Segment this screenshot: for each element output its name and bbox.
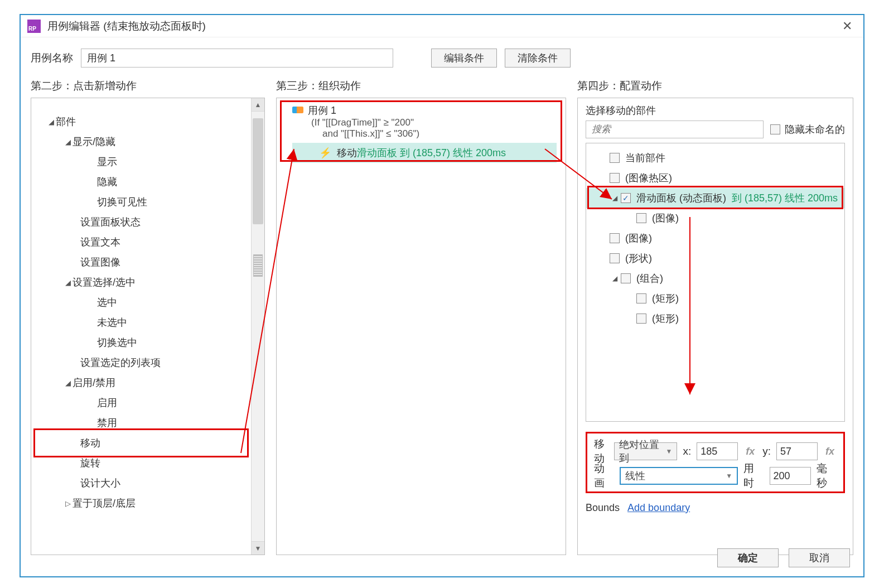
caret-down-icon: ◢ (611, 274, 619, 282)
duration-input[interactable] (770, 467, 811, 485)
edit-condition-button[interactable]: 编辑条件 (431, 49, 497, 68)
y-input[interactable] (776, 442, 818, 460)
widget-tree-item[interactable]: ◢滑动面板 (动态面板) 到 (185,57) 线性 200ms (586, 188, 844, 208)
action-tree-item[interactable]: 设置文本 (31, 232, 264, 252)
titlebar: RP 用例编辑器 (结束拖放动态面板时) ✕ (21, 15, 863, 37)
ok-button[interactable]: 确定 (717, 548, 779, 567)
y-label: y: (762, 445, 771, 457)
widget-checkbox[interactable] (636, 314, 646, 324)
action-tree-item[interactable]: 启用 (31, 393, 264, 413)
hide-unnamed-toggle[interactable]: 隐藏未命名的 (770, 123, 845, 136)
action-tree-item[interactable]: ▷置于顶层/底层 (31, 493, 264, 513)
animation-dropdown[interactable]: 线性▼ (620, 467, 738, 485)
case-action-row[interactable]: ⚡ 移动 滑动面板 到 (185,57) 线性 200ms (292, 143, 557, 163)
x-input[interactable] (697, 442, 738, 460)
case-icon (292, 107, 303, 113)
select-widgets-label: 选择移动的部件 (578, 98, 853, 121)
caret-right-icon: ▷ (64, 499, 73, 508)
caret-down-icon: ◢ (64, 138, 73, 146)
case-name-row: 用例名称 编辑条件 清除条件 (21, 37, 863, 73)
case-name-input[interactable] (81, 49, 393, 68)
chevron-down-icon: ▼ (726, 472, 732, 480)
widget-checkbox[interactable] (610, 153, 620, 163)
widgets-tree: 当前部件(图像热区)◢滑动面板 (动态面板) 到 (185,57) 线性 200… (586, 143, 845, 422)
action-tree-item[interactable]: 设置选定的列表项 (31, 353, 264, 373)
widget-checkbox[interactable] (610, 173, 620, 183)
actions-panel: ◢部件◢显示/隐藏显示隐藏切换可见性设置面板状态设置文本设置图像◢设置选择/选中… (31, 98, 265, 555)
bounds-row: Bounds Add boundary (578, 499, 853, 517)
duration-label: 用时 (743, 461, 764, 490)
action-tree-item[interactable]: 切换选中 (31, 332, 264, 353)
widget-checkbox[interactable] (610, 253, 620, 263)
action-tree-item[interactable]: ◢启用/禁用 (31, 373, 264, 393)
action-tree-item[interactable]: 切换可见性 (31, 192, 264, 212)
action-tree-item[interactable]: 设置图像 (31, 252, 264, 272)
action-tree-item[interactable]: 禁用 (31, 413, 264, 433)
step2-scrollbar[interactable]: ▲ ▼ (251, 98, 264, 555)
scroll-thumb[interactable] (253, 118, 263, 224)
dialog-footer: 确定 取消 (717, 548, 850, 567)
widget-tree-item[interactable]: (矩形) (586, 309, 844, 329)
chevron-down-icon: ▼ (666, 447, 673, 455)
step4-header: 第四步：配置动作 (577, 79, 853, 93)
caret-down-icon: ◢ (64, 278, 73, 287)
action-tree-item[interactable]: 显示 (31, 152, 264, 172)
axure-app-icon: RP (27, 20, 41, 33)
dialog-title: 用例编辑器 (结束拖放动态面板时) (47, 19, 838, 33)
action-tree-item[interactable]: 隐藏 (31, 172, 264, 192)
widget-tree-item[interactable]: (形状) (586, 248, 844, 268)
action-tree-item[interactable]: 旋转 (31, 453, 264, 473)
step3-column: 第三步：组织动作 用例 1 (If "[[DragTime]]" ≥ "200"… (276, 73, 566, 555)
step2-header: 第二步：点击新增动作 (31, 79, 265, 93)
cancel-button[interactable]: 取消 (789, 548, 850, 567)
case-condition-line-1: (If "[[DragTime]]" ≥ "200" (311, 117, 557, 128)
scroll-grip-icon[interactable] (253, 254, 263, 277)
action-tree-item[interactable]: ◢显示/隐藏 (31, 132, 264, 152)
close-icon[interactable]: ✕ (838, 17, 857, 36)
x-label: x: (683, 445, 691, 457)
action-tree-item[interactable]: 移动 (31, 433, 264, 453)
caret-down-icon: ◢ (611, 194, 619, 202)
annotation-box-config: 移动 绝对位置到▼ x: fx y: fx 动画 (586, 432, 845, 493)
action-tree-item[interactable]: ◢设置选择/选中 (31, 272, 264, 292)
bounds-label: Bounds (586, 502, 620, 513)
widget-search-input[interactable] (586, 121, 764, 138)
step2-column: 第二步：点击新增动作 ◢部件◢显示/隐藏显示隐藏切换可见性设置面板状态设置文本设… (31, 73, 265, 555)
case-block[interactable]: 用例 1 (If "[[DragTime]]" ≥ "200" and "[[T… (277, 98, 566, 166)
add-boundary-link[interactable]: Add boundary (627, 502, 690, 513)
case-title: 用例 1 (308, 104, 336, 117)
widget-tree-item[interactable]: 当前部件 (586, 148, 844, 168)
action-tree-item[interactable]: ◢部件 (31, 112, 264, 132)
hide-unnamed-checkbox[interactable] (770, 124, 780, 134)
anim-label: 动画 (594, 461, 614, 490)
action-tree-item[interactable]: 未选中 (31, 312, 264, 332)
widget-checkbox[interactable] (636, 293, 646, 303)
action-tree-item[interactable]: 选中 (31, 292, 264, 312)
widget-tree-item[interactable]: ◢(组合) (586, 268, 844, 288)
scroll-up-icon[interactable]: ▲ (252, 98, 264, 112)
widget-checkbox[interactable] (621, 273, 631, 283)
hide-unnamed-label: 隐藏未命名的 (785, 123, 845, 136)
clear-condition-button[interactable]: 清除条件 (505, 49, 571, 68)
widget-checkbox[interactable] (610, 233, 620, 243)
step3-header: 第三步：组织动作 (276, 79, 566, 93)
widget-tree-item[interactable]: (矩形) (586, 288, 844, 309)
case-editor-dialog: RP 用例编辑器 (结束拖放动态面板时) ✕ 用例名称 编辑条件 清除条件 第二… (20, 14, 864, 577)
widget-tree-item[interactable]: (图像) (586, 228, 844, 248)
widget-checkbox[interactable] (636, 213, 646, 223)
action-tree-item[interactable] (31, 102, 264, 112)
scroll-down-icon[interactable]: ▼ (252, 541, 264, 555)
widget-tree-item[interactable]: (图像热区) (586, 168, 844, 188)
case-name-label: 用例名称 (31, 51, 73, 65)
action-tree-item[interactable]: 设置面板状态 (31, 212, 264, 232)
action-green-text: 滑动面板 到 (185,57) 线性 200ms (357, 146, 506, 160)
widget-checkbox[interactable] (621, 193, 631, 203)
fx-icon-x[interactable]: fx (743, 446, 757, 457)
widget-tree-item[interactable]: (图像) (586, 208, 844, 228)
case-condition-line-2: and "[[This.x]]" ≤ "306") (322, 128, 557, 139)
action-prefix: 移动 (337, 146, 357, 160)
organize-panel: 用例 1 (If "[[DragTime]]" ≥ "200" and "[[T… (276, 98, 566, 555)
fx-icon-y[interactable]: fx (823, 446, 837, 457)
move-type-dropdown[interactable]: 绝对位置到▼ (614, 442, 678, 460)
action-tree-item[interactable]: 设计大小 (31, 473, 264, 493)
